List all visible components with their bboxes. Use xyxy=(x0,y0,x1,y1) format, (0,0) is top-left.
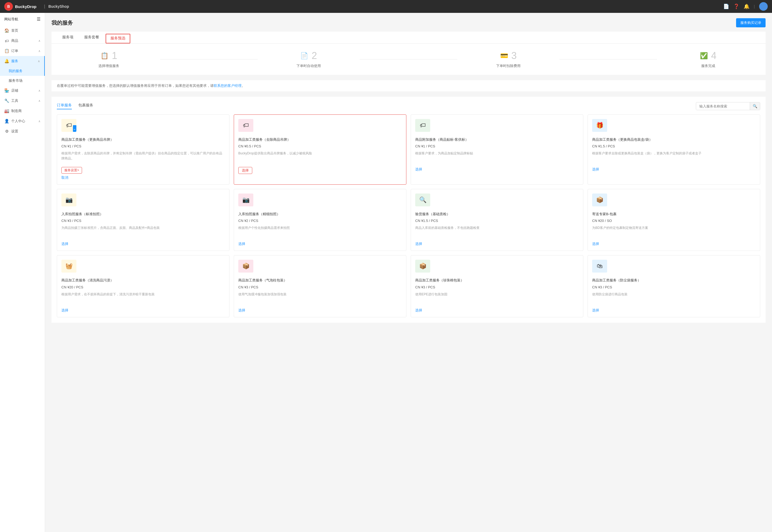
service-card-9-actions: 选择 xyxy=(61,308,225,313)
service-card-5-actions: 选择 xyxy=(61,241,225,246)
step-1: 📋 1 选择增值服务 xyxy=(60,50,158,68)
sidebar-sub-item-service-market[interactable]: 服务市场 xyxy=(0,76,45,85)
tools-icon: 🔧 xyxy=(4,98,9,103)
service-card-3-desc: 根据客户要求，为商品加贴定制品牌标贴 xyxy=(415,151,579,164)
service-card-7-actions: 选择 xyxy=(415,241,579,246)
sidebar-item-settings[interactable]: ⚙ 设置 xyxy=(0,126,45,136)
service-card-2-price: CN ¥0.5 / PCS xyxy=(238,144,402,148)
service-card-7-desc: 商品入库前的基础质检服务，不包括跑题检查 xyxy=(415,225,579,238)
service-card-7-price: CN ¥1.5 / PCS xyxy=(415,219,579,223)
menu-icon[interactable]: ☰ xyxy=(37,17,40,22)
main-tabs: 服务项 服务套餐 服务预选 xyxy=(51,32,766,44)
service-select-button-7[interactable]: 选择 xyxy=(415,241,422,246)
service-card-6-actions: 选择 xyxy=(238,241,402,246)
search-button[interactable]: 🔍 xyxy=(750,102,760,110)
top-navigation: B BuckyDrop | BuckyShop 📄 ❓ 🔔 | xyxy=(0,0,772,13)
service-card-11-title: 商品加工类服务（珍珠棉包装） xyxy=(415,278,579,283)
sidebar-item-tools[interactable]: 🔧 工具 ∧ xyxy=(0,96,45,106)
service-select-button-3[interactable]: 选择 xyxy=(415,167,422,172)
step-4-icon: ✅ xyxy=(700,52,708,59)
service-card-11: 📦 商品加工类服务（珍珠棉包装） CN ¥3 / PCS 使用EPE进行包装加固… xyxy=(411,255,583,317)
service-card-4-actions: 选择 xyxy=(592,167,756,172)
service-card-1-img: 🏷 ✏ xyxy=(61,119,76,132)
tab-service-packages[interactable]: 服务套餐 xyxy=(79,32,105,43)
service-card-1-price: CN ¥1 / PCS xyxy=(61,144,225,148)
search-input[interactable] xyxy=(696,103,750,110)
service-card-1-desc: 根据用户需求，去除原商品的吊牌，并将定制吊牌（需由用户提供）挂在商品的指定位置，… xyxy=(61,151,225,164)
service-select-button-6[interactable]: 选择 xyxy=(238,241,245,246)
tab-service-preselect[interactable]: 服务预选 xyxy=(106,34,130,43)
main-content: 我的服务 服务购买记录 服务项 服务套餐 服务预选 📋 1 选择增值服务 xyxy=(45,13,772,532)
avatar[interactable] xyxy=(759,2,768,11)
service-card-4-price: CN ¥1.5 / PCS xyxy=(592,144,756,148)
service-card-1: 🏷 ✏ 商品加工类服务（更换商品吊牌） CN ¥1 / PCS 根据用户需求，去… xyxy=(57,114,229,185)
goods-icon: 🏷 xyxy=(4,39,9,43)
home-icon: 🏠 xyxy=(4,28,9,33)
service-select-button-9[interactable]: 选择 xyxy=(61,308,68,313)
service-card-6-price: CN ¥2 / PCS xyxy=(238,219,402,223)
service-card-11-price: CN ¥3 / PCS xyxy=(415,285,579,289)
service-card-6-desc: 根据用户个性化拍摄商品需求来拍照 xyxy=(238,225,402,238)
tab-service-items[interactable]: 服务项 xyxy=(57,32,79,43)
service-card-12: 🛍 商品加工类服务（防尘袋服务） CN ¥3 / PCS 使用防尘袋进行商品包装… xyxy=(588,255,760,317)
sidebar-item-goods[interactable]: 🏷 商品 ∧ xyxy=(0,36,45,46)
sidebar-item-home[interactable]: 🏠 首页 xyxy=(0,25,45,36)
step-3-icon: 💳 xyxy=(500,52,508,59)
help-icon[interactable]: ❓ xyxy=(733,3,739,9)
sidebar-item-orders[interactable]: 📋 订单 ∧ xyxy=(0,46,45,56)
service-card-4-img: 🎁 xyxy=(592,119,607,132)
sidebar-item-store[interactable]: 🏪 店铺 ∧ xyxy=(0,85,45,96)
service-cancel-button-1[interactable]: 取消 xyxy=(61,175,68,180)
sidebar-item-profile[interactable]: 👤 个人中心 ∧ xyxy=(0,116,45,126)
service-select-button-2[interactable]: 选择 xyxy=(238,167,252,174)
service-card-8-title: 寄送专家B-包裹 xyxy=(592,212,756,217)
sidebar-item-service[interactable]: 🔔 服务 ∧ xyxy=(0,56,45,66)
step-2-label: 下单时自动使用 xyxy=(296,64,321,68)
service-tab-package[interactable]: 包裹服务 xyxy=(78,103,93,109)
service-select-button-12[interactable]: 选择 xyxy=(592,308,599,313)
service-card-10-title: 商品加工类服务（气泡柱包装） xyxy=(238,278,402,283)
contact-link[interactable]: 联系您的客户经理 xyxy=(214,84,242,88)
document-icon[interactable]: 📄 xyxy=(723,3,729,9)
orders-icon: 📋 xyxy=(4,49,9,53)
service-card-9-title: 商品加工类服务（清洗商品污渍） xyxy=(61,278,225,283)
service-config-button-1[interactable]: 服务设置> xyxy=(61,167,82,174)
bell-icon[interactable]: 🔔 xyxy=(744,3,749,9)
service-card-11-img: 📦 xyxy=(415,260,430,273)
service-card-3-price: CN ¥1 / PCS xyxy=(415,144,579,148)
sidebar-header: 网站导航 ☰ xyxy=(0,13,45,25)
profile-icon: 👤 xyxy=(4,119,9,124)
logo-icon: B xyxy=(4,2,13,11)
purchase-record-button[interactable]: 服务购买记录 xyxy=(736,18,766,27)
step-2-icon: 📄 xyxy=(300,52,308,59)
service-tabs-row: 订单服务 包裹服务 🔍 xyxy=(57,102,760,110)
service-card-10: 📦 商品加工类服务（气泡柱包装） CN ¥3 / PCS 使用气泡缓冲服包装加强… xyxy=(234,255,406,317)
service-select-button-11[interactable]: 选择 xyxy=(415,308,422,313)
service-card-8-desc: 为BD客户的特定包裹制定物流寄送方案 xyxy=(592,225,756,238)
sidebar-sub-item-my-service[interactable]: 我的服务 xyxy=(0,66,45,76)
sidebar-item-manufacturer[interactable]: 🏭 制造商 xyxy=(0,106,45,116)
service-card-9: 🧺 商品加工类服务（清洗商品污渍） CN ¥20 / PCS 根据用户需求，在不… xyxy=(57,255,229,317)
service-card-2-img: 🏷 xyxy=(238,119,253,132)
step-1-label: 选择增值服务 xyxy=(98,64,119,68)
step-2-num: 2 xyxy=(311,50,317,61)
logo[interactable]: B BuckyDrop | BuckyShop xyxy=(4,2,69,11)
service-tab-order[interactable]: 订单服务 xyxy=(57,103,72,109)
service-select-button-10[interactable]: 选择 xyxy=(238,308,245,313)
service-card-3-title: 商品附加服务（商品贴标-客供标） xyxy=(415,137,579,142)
store-icon: 🏪 xyxy=(4,88,9,93)
step-3-num: 3 xyxy=(511,50,517,61)
service-icon: 🔔 xyxy=(4,59,9,64)
service-card-2-actions: 选择 xyxy=(238,167,402,174)
manufacturer-icon: 🏭 xyxy=(4,109,9,113)
search-box: 🔍 xyxy=(696,102,760,110)
service-grid: 🏷 ✏ 商品加工类服务（更换商品吊牌） CN ¥1 / PCS 根据用户需求，去… xyxy=(57,114,760,317)
service-card-2-title: 商品加工类服务（去除商品吊牌） xyxy=(238,137,402,142)
service-select-button-5[interactable]: 选择 xyxy=(61,241,68,246)
service-select-button-4[interactable]: 选择 xyxy=(592,167,599,172)
service-select-button-8[interactable]: 选择 xyxy=(592,241,599,246)
service-card-6-img: 📷 xyxy=(238,194,253,206)
service-tabs: 订单服务 包裹服务 xyxy=(57,103,93,109)
service-card-10-img: 📦 xyxy=(238,260,253,273)
service-card-8-actions: 选择 xyxy=(592,241,756,246)
